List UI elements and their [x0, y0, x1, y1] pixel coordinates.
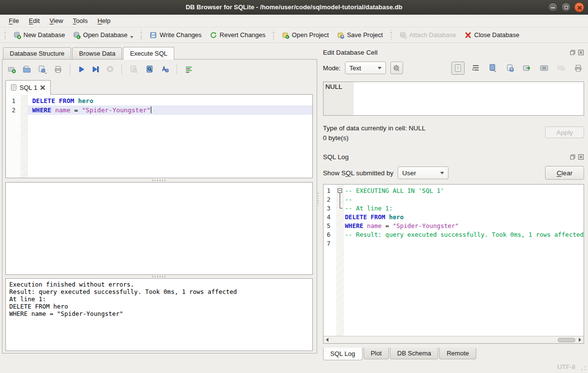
- log-fold-margin: [336, 185, 344, 343]
- submitted-by-select[interactable]: User: [398, 166, 448, 179]
- mode-select[interactable]: Text: [345, 62, 386, 74]
- mode-label: Mode:: [323, 64, 341, 72]
- word-wrap-button[interactable]: [184, 65, 193, 74]
- window-controls: [548, 2, 584, 12]
- horizontal-scrollbar[interactable]: [324, 336, 584, 343]
- export-data-icon: [506, 64, 514, 72]
- tab-browse-data[interactable]: Browse Data: [72, 47, 122, 59]
- close-button[interactable]: [574, 2, 584, 12]
- scroll-right-arrow[interactable]: [576, 336, 584, 343]
- apply-format-button[interactable]: [390, 62, 403, 74]
- execute-all-button[interactable]: [78, 65, 85, 73]
- maximize-button[interactable]: [561, 2, 571, 12]
- menu-bar: File Edit View Tools Help: [0, 15, 588, 27]
- export-data-button[interactable]: [504, 62, 516, 74]
- tab-label: Execute SQL: [130, 50, 167, 57]
- menu-view[interactable]: View: [44, 16, 68, 26]
- window-title: DB Browser for SQLite - /home/user/code/…: [0, 0, 588, 15]
- tab-execute-sql[interactable]: Execute SQL: [123, 47, 174, 60]
- splitter-handle[interactable]: [2, 178, 317, 182]
- cell-value-editor[interactable]: NULL: [323, 82, 584, 116]
- close-icon: [578, 50, 584, 55]
- chevron-down-icon: [378, 67, 382, 69]
- revert-changes-button[interactable]: Revert Changes: [205, 29, 269, 41]
- save-as-button[interactable]: [521, 62, 533, 74]
- menu-help[interactable]: Help: [93, 16, 116, 26]
- import-data-button[interactable]: [487, 62, 499, 74]
- execution-message-pane[interactable]: Execution finished without errors. Resul…: [5, 278, 313, 351]
- main-area: Database Structure Browse Data Execute S…: [0, 43, 588, 361]
- tab-label: Plot: [371, 350, 382, 357]
- save-sql-file-button[interactable]: [38, 65, 47, 74]
- save-project-label: Save Project: [347, 31, 383, 39]
- execute-sql-panel: SQL 1 1 2 DELETE FROM hero WHERE name = …: [2, 59, 317, 353]
- sql-tab-1[interactable]: SQL 1: [5, 80, 51, 95]
- new-sql-tab-icon: [7, 65, 16, 74]
- save-project-button[interactable]: Save Project: [333, 29, 387, 41]
- format-sql-button[interactable]: [161, 65, 169, 74]
- open-sql-file-button[interactable]: [22, 65, 31, 74]
- new-database-button[interactable]: New Database: [9, 29, 69, 41]
- sql-editor[interactable]: 1 2 DELETE FROM hero WHERE name = "Spide…: [5, 95, 313, 178]
- gear-icon: [392, 64, 401, 72]
- toolbar-grip[interactable]: [390, 30, 392, 40]
- minimize-button[interactable]: [548, 2, 558, 12]
- sql-log-view: 1 2 3 4 5 6 7 -- EXECUTING ALL IN 'SQL 1…: [323, 184, 584, 344]
- vertical-splitter[interactable]: [317, 46, 320, 361]
- tab-db-schema[interactable]: DB Schema: [390, 348, 438, 359]
- filter-label: Show SQL submitted by: [323, 169, 394, 177]
- open-database-dropdown-caret[interactable]: [130, 36, 133, 38]
- cell-value-input[interactable]: [354, 82, 584, 115]
- toolbar-grip[interactable]: [4, 30, 6, 40]
- find-button[interactable]: [145, 65, 154, 74]
- tab-remote[interactable]: Remote: [439, 348, 476, 359]
- float-dock-button[interactable]: [569, 154, 576, 160]
- close-database-button[interactable]: Close Database: [460, 29, 524, 41]
- save-as-icon: [523, 64, 531, 72]
- toolbar-grip[interactable]: [273, 30, 274, 40]
- attach-database-icon: [399, 31, 407, 39]
- close-dock-button[interactable]: [578, 154, 584, 160]
- execute-line-button[interactable]: [92, 65, 100, 73]
- tab-database-structure[interactable]: Database Structure: [3, 47, 71, 59]
- tab-plot[interactable]: Plot: [364, 348, 389, 359]
- scroll-left-arrow[interactable]: [324, 336, 331, 343]
- close-tab-icon[interactable]: [40, 85, 45, 90]
- results-grid[interactable]: [5, 182, 313, 274]
- print-sql-button[interactable]: [54, 65, 62, 74]
- menu-file[interactable]: File: [4, 16, 24, 26]
- attach-database-label: Attach Database: [409, 31, 456, 39]
- open-in-app-icon: [540, 64, 548, 72]
- close-database-icon: [464, 31, 472, 39]
- scrollbar-thumb[interactable]: [558, 338, 575, 342]
- write-changes-button[interactable]: Write Changes: [145, 29, 205, 41]
- toolbar-grip[interactable]: [141, 30, 142, 40]
- chevron-down-icon: [440, 172, 444, 174]
- text-cursor: [151, 106, 152, 113]
- resize-grip[interactable]: [581, 366, 586, 371]
- print-cell-button[interactable]: [572, 62, 584, 74]
- open-database-button[interactable]: Open Database: [69, 29, 137, 41]
- menu-tools[interactable]: Tools: [68, 16, 92, 26]
- text-document-button[interactable]: [451, 62, 465, 75]
- tab-sql-log[interactable]: SQL Log: [323, 348, 363, 360]
- float-icon: [570, 154, 575, 160]
- menu-edit[interactable]: Edit: [24, 16, 44, 26]
- new-sql-tab-button[interactable]: [7, 65, 16, 74]
- sql-log-title: SQL Log: [323, 153, 349, 161]
- fold-collapse-icon[interactable]: [338, 188, 342, 193]
- float-dock-button[interactable]: [569, 49, 576, 56]
- apply-button-label: Apply: [556, 129, 573, 136]
- editor-fold-margin: [20, 95, 28, 178]
- edit-cell-dock-titlebar: Edit Database Cell: [323, 47, 584, 57]
- maximize-icon: [565, 6, 568, 9]
- close-dock-button[interactable]: [578, 49, 584, 56]
- editor-code-area[interactable]: DELETE FROM hero WHERE name = "Spider-Yo…: [28, 95, 312, 178]
- word-wrap-button[interactable]: [470, 62, 482, 74]
- write-changes-label: Write Changes: [160, 31, 202, 39]
- dock-tab-bar: SQL Log Plot DB Schema Remote: [323, 348, 584, 361]
- clear-log-button[interactable]: Clear: [545, 166, 584, 180]
- open-in-app-button[interactable]: [538, 62, 550, 74]
- open-project-button[interactable]: Open Project: [278, 29, 333, 41]
- splitter-handle[interactable]: [2, 275, 317, 279]
